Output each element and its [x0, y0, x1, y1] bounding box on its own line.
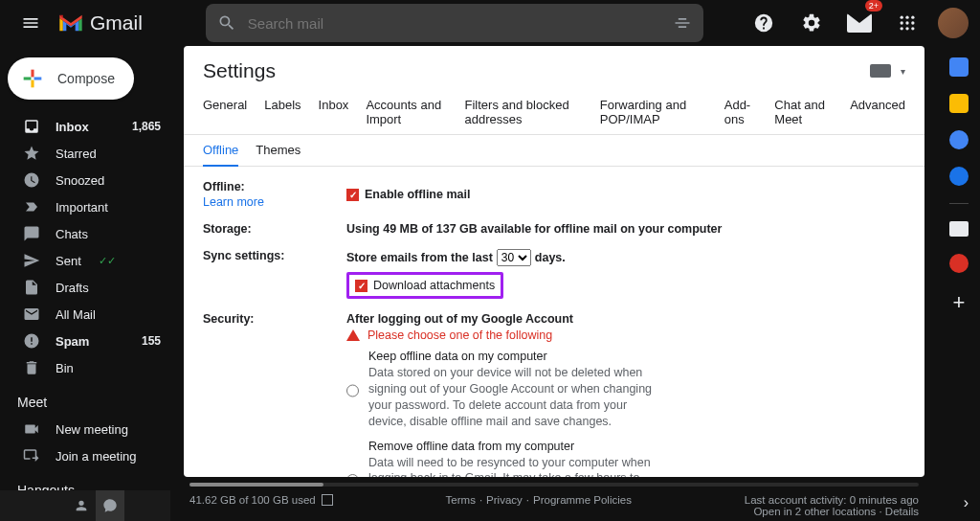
svg-point-3 — [901, 21, 903, 24]
sidebar-item-drafts[interactable]: Drafts — [0, 274, 170, 301]
offline-label: Offline:Learn more — [203, 180, 346, 209]
activity-text: Last account activity: 0 minutes ago — [745, 494, 919, 506]
scrollbar-track[interactable] — [189, 483, 919, 487]
settings-tabs-row2: Offline Themes — [184, 135, 924, 167]
storage-text: Using 49 MB of 137 GB available for offl… — [346, 222, 722, 236]
sent-checkmarks-icon: ✓✓ — [99, 255, 116, 267]
sidebar-item-spam[interactable]: Spam155 — [0, 328, 170, 354]
terms-link[interactable]: Terms — [446, 494, 476, 506]
compose-button[interactable]: Compose — [8, 57, 134, 100]
sidebar: Compose Inbox1,865 Starred Snoozed Impor… — [0, 46, 170, 521]
notification-badge: 2+ — [865, 0, 882, 11]
addon-red-icon[interactable] — [949, 254, 969, 273]
settings-button[interactable] — [794, 6, 829, 40]
sidebar-item-important[interactable]: Important — [0, 193, 170, 220]
tasks-icon[interactable] — [949, 130, 969, 149]
settings-tabs-row1: General Labels Inbox Accounts and Import… — [184, 90, 924, 135]
security-warning: Please choose one of the following — [346, 328, 905, 342]
svg-point-0 — [901, 16, 903, 19]
tab-inbox[interactable]: Inbox — [319, 90, 349, 134]
plus-icon — [19, 65, 46, 92]
sidebar-item-snoozed[interactable]: Snoozed — [0, 167, 170, 193]
envelope-icon — [847, 13, 872, 33]
support-button[interactable] — [746, 6, 781, 40]
meet-new-meeting[interactable]: New meeting — [0, 416, 170, 442]
tab-advanced[interactable]: Advanced — [850, 90, 905, 134]
meet-join-meeting[interactable]: Join a meeting — [0, 442, 170, 469]
svg-point-4 — [905, 21, 908, 24]
tab-themes[interactable]: Themes — [256, 135, 301, 166]
policies-link[interactable]: Programme Policies — [533, 494, 632, 506]
sidebar-item-sent[interactable]: Sent✓✓ — [0, 247, 170, 274]
svg-point-6 — [901, 27, 903, 30]
learn-more-link[interactable]: Learn more — [203, 195, 346, 209]
hangouts-chats-tab[interactable] — [96, 490, 124, 521]
svg-point-7 — [905, 27, 908, 30]
details-link[interactable]: Details — [885, 506, 919, 517]
calendar-icon[interactable] — [949, 57, 969, 77]
input-tools-icon[interactable] — [870, 64, 891, 78]
search-icon — [217, 13, 236, 33]
tab-general[interactable]: General — [203, 90, 247, 134]
sidebar-item-starred[interactable]: Starred — [0, 140, 170, 167]
sidebar-item-bin[interactable]: Bin — [0, 354, 170, 381]
logo-text: Gmail — [90, 11, 143, 34]
account-avatar[interactable] — [938, 8, 969, 38]
gmail-logo[interactable]: Gmail — [57, 11, 143, 34]
footer: 41.62 GB of 100 GB used Terms · Privacy … — [170, 477, 938, 521]
apps-button[interactable] — [890, 6, 924, 40]
download-attachments-checkbox[interactable] — [355, 280, 368, 292]
header: Gmail 2+ — [0, 0, 980, 46]
security-keep-radio[interactable] — [346, 351, 359, 430]
svg-point-2 — [911, 16, 914, 19]
storage-label: Storage: — [203, 222, 346, 236]
notifications-button[interactable]: 2+ — [842, 6, 877, 40]
tab-accounts[interactable]: Accounts and Import — [366, 90, 447, 134]
svg-point-8 — [911, 27, 914, 30]
addon-mail-icon[interactable] — [949, 221, 969, 237]
sidebar-item-inbox[interactable]: Inbox1,865 — [0, 113, 170, 140]
tab-addons[interactable]: Add-ons — [724, 90, 758, 134]
sidebar-item-chats[interactable]: Chats — [0, 220, 170, 247]
svg-point-5 — [911, 21, 914, 24]
settings-panel: Settings ▾ General Labels Inbox Accounts… — [184, 46, 924, 477]
download-attachments-highlight: Download attachments — [346, 272, 503, 299]
tab-offline[interactable]: Offline — [203, 135, 238, 167]
collapse-panel-button[interactable]: › — [964, 494, 969, 511]
security-label: Security: — [203, 312, 346, 477]
search-input[interactable] — [248, 15, 661, 32]
sync-label: Sync settings: — [203, 249, 346, 299]
security-remove-radio[interactable] — [346, 442, 359, 478]
storage-used: 41.62 GB of 100 GB used — [189, 494, 316, 506]
tab-filters[interactable]: Filters and blocked addresses — [465, 90, 583, 134]
svg-point-1 — [905, 16, 908, 19]
tab-labels[interactable]: Labels — [264, 90, 301, 134]
side-panel: + — [938, 46, 980, 521]
settings-title: Settings — [203, 59, 276, 82]
external-link-icon[interactable] — [322, 494, 333, 506]
privacy-link[interactable]: Privacy — [486, 494, 523, 506]
tab-chat-meet[interactable]: Chat and Meet — [774, 90, 833, 134]
hangouts-bottom-bar — [0, 490, 170, 521]
chevron-down-icon[interactable]: ▾ — [901, 66, 905, 77]
contacts-icon[interactable] — [949, 167, 969, 186]
sync-days-select[interactable]: 30 — [497, 249, 531, 266]
search-bar[interactable] — [206, 4, 703, 42]
separator — [949, 203, 969, 204]
menu-button[interactable] — [11, 4, 50, 42]
sidebar-item-allmail[interactable]: All Mail — [0, 301, 170, 328]
enable-offline-checkbox[interactable] — [346, 189, 359, 201]
meet-header: Meet — [0, 381, 170, 416]
search-options-icon[interactable] — [673, 13, 692, 33]
scrollbar-thumb[interactable] — [189, 483, 323, 487]
tab-forwarding[interactable]: Forwarding and POP/IMAP — [600, 90, 707, 134]
keep-icon[interactable] — [949, 94, 969, 113]
get-addons-button[interactable]: + — [953, 290, 966, 315]
hangouts-contacts-tab[interactable] — [67, 490, 96, 521]
warning-icon — [346, 329, 360, 341]
